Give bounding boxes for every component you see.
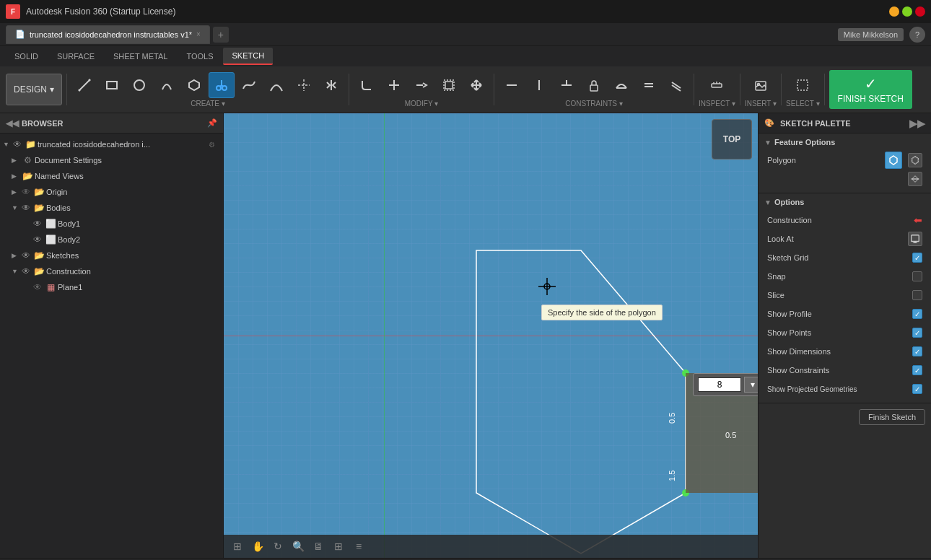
show-profile-row: Show Profile ✓ <box>764 305 925 323</box>
visibility-body2-icon[interactable]: 👁 <box>32 234 43 245</box>
rectangle-tool-button[interactable] <box>99 72 125 98</box>
options-header[interactable]: ▼ Options <box>764 198 925 206</box>
show-points-checkbox[interactable]: ✓ <box>912 328 922 338</box>
visibility-sketches-icon[interactable]: 👁 <box>20 250 32 261</box>
canvas-orbit-button[interactable]: ↻ <box>270 538 286 554</box>
tangent-constraint-button[interactable] <box>608 72 634 98</box>
minimize-button[interactable] <box>889 6 899 17</box>
tree-item-doc-settings[interactable]: ▶ ⚙ Document Settings <box>0 152 223 168</box>
feature-options-header[interactable]: ▼ Feature Options <box>764 138 925 146</box>
polygon-sides-dropdown[interactable]: ▾ <box>744 377 758 393</box>
browser-pin-icon[interactable]: 📌 <box>207 118 217 128</box>
finish-sketch-button[interactable]: ✓ FINISH SKETCH <box>829 70 912 109</box>
canvas-area[interactable]: 0.5 1.5 2.5 0.5 1.5 Specify the side of … <box>224 113 758 558</box>
user-button[interactable]: Mike Mikkelson <box>838 28 904 41</box>
select-tool-button[interactable] <box>790 72 816 98</box>
lock-constraint-button[interactable] <box>581 72 607 98</box>
tab-tools[interactable]: TOOLS <box>178 48 222 65</box>
visibility-plane1-icon[interactable]: 👁 <box>32 281 43 293</box>
select-label: SELECT ▾ <box>786 100 820 108</box>
tree-item-bodies[interactable]: ▼ 👁 📂 Bodies <box>0 200 223 216</box>
tree-item-named-views[interactable]: ▶ 📂 Named Views <box>0 168 223 184</box>
fillet-tool-button[interactable] <box>354 72 380 98</box>
polygon-edge-button[interactable] <box>908 172 922 186</box>
active-tab[interactable]: 📄 truncated icosidodecahedron instructab… <box>6 25 210 44</box>
tree-item-body1[interactable]: 👁 ⬜ Body1 <box>0 216 223 232</box>
move-tool-button[interactable] <box>463 72 489 98</box>
tab-close-icon[interactable]: × <box>196 30 201 38</box>
measure-tool-button[interactable] <box>704 72 730 98</box>
help-button[interactable]: ? <box>909 27 925 43</box>
extend-tool-button[interactable] <box>408 72 434 98</box>
svg-marker-3 <box>189 80 199 90</box>
maximize-button[interactable] <box>902 6 912 17</box>
visibility-root-icon[interactable]: 👁 <box>12 139 23 150</box>
line-tool-button[interactable] <box>71 72 97 98</box>
construction-line-button[interactable] <box>291 72 317 98</box>
tree-item-root[interactable]: ▼ 👁 📁 truncated icosidodecahedron i... ⚙ <box>0 136 223 152</box>
snap-checkbox[interactable] <box>912 271 922 281</box>
canvas-grid-button[interactable]: ⊞ <box>331 538 346 554</box>
sketch-grid-checkbox[interactable]: ✓ <box>912 253 922 263</box>
close-button[interactable] <box>915 6 925 17</box>
insert-image-button[interactable] <box>748 72 774 98</box>
mirror-tool-button[interactable] <box>318 72 344 98</box>
browser-collapse-icon[interactable]: ◀◀ <box>6 118 19 128</box>
canvas-zoom-button[interactable]: 🔍 <box>290 538 306 554</box>
tree-item-plane1[interactable]: 👁 ▦ Plane1 <box>0 279 223 295</box>
conic-tool-button[interactable] <box>263 72 289 98</box>
visibility-body1-icon[interactable]: 👁 <box>32 218 43 229</box>
polygon-inscribed-button[interactable] <box>885 152 902 169</box>
arc-tool-button[interactable] <box>154 72 180 98</box>
tab-sketch[interactable]: SKETCH <box>223 48 273 65</box>
parallel-constraint-button[interactable] <box>663 72 689 98</box>
feature-options-chevron: ▼ <box>764 139 772 146</box>
svg-point-2 <box>134 80 144 90</box>
folder-views-icon: 📂 <box>22 170 33 182</box>
view-indicator[interactable]: TOP <box>712 119 752 159</box>
visibility-origin-icon[interactable]: 👁 <box>20 186 32 198</box>
horizontal-constraint-button[interactable] <box>499 72 525 98</box>
trim-tool-button[interactable] <box>381 72 407 98</box>
plane1-icon: ▦ <box>45 281 56 293</box>
equal-constraint-button[interactable] <box>636 72 662 98</box>
visibility-bodies-icon[interactable]: 👁 <box>20 202 32 214</box>
canvas-more-button[interactable]: ≡ <box>351 538 367 554</box>
tree-item-body2[interactable]: 👁 ⬜ Body2 <box>0 232 223 248</box>
tab-solid[interactable]: SOLID <box>6 48 47 65</box>
look-at-button[interactable] <box>908 232 922 246</box>
finish-sketch-row: Finish Sketch <box>759 403 931 431</box>
polygon-sides-input[interactable]: 8 <box>698 377 741 392</box>
tab-sheet-metal[interactable]: SHEET METAL <box>105 48 176 65</box>
constraints-label: CONSTRAINTS ▾ <box>565 100 622 108</box>
palette-expand-button[interactable]: ▶▶ <box>909 118 925 129</box>
spline-tool-button[interactable] <box>236 72 262 98</box>
tree-item-construction[interactable]: ▼ 👁 📂 Construction <box>0 263 223 279</box>
show-dimensions-checkbox[interactable]: ✓ <box>912 346 922 356</box>
tree-item-sketches[interactable]: ▶ 👁 📂 Sketches <box>0 248 223 263</box>
polygon-circumscribed-button[interactable] <box>908 153 922 167</box>
tab-surface[interactable]: SURFACE <box>48 48 103 65</box>
finish-sketch-palette-button[interactable]: Finish Sketch <box>859 409 925 425</box>
slice-checkbox[interactable] <box>912 290 922 300</box>
circle-tool-button[interactable] <box>126 72 152 98</box>
offset-tool-button[interactable] <box>436 72 462 98</box>
vertical-constraint-button[interactable] <box>526 72 552 98</box>
feature-options-label: Feature Options <box>774 138 835 146</box>
canvas-zoom-fit-button[interactable]: ⊞ <box>230 538 245 554</box>
perpendicular-button[interactable] <box>554 72 580 98</box>
canvas-pan-button[interactable]: ✋ <box>250 538 266 554</box>
polygon-tool-button[interactable] <box>181 72 207 98</box>
canvas-display-button[interactable]: 🖥 <box>310 538 326 554</box>
visibility-construction-icon[interactable]: 👁 <box>20 266 32 277</box>
root-menu-icon[interactable]: ⚙ <box>209 141 220 149</box>
show-profile-checkbox[interactable]: ✓ <box>912 309 922 319</box>
svg-rect-14 <box>445 82 453 89</box>
tree-item-origin[interactable]: ▶ 👁 📂 Origin <box>0 184 223 200</box>
design-button[interactable]: DESIGN ▾ <box>6 74 62 105</box>
palette-collapse-icon[interactable]: 🎨 <box>764 118 774 128</box>
add-tab-button[interactable]: + <box>213 27 229 43</box>
show-projected-checkbox[interactable]: ✓ <box>912 384 922 394</box>
scissors-tool-button[interactable] <box>209 72 235 98</box>
show-constraints-checkbox[interactable]: ✓ <box>912 365 922 375</box>
